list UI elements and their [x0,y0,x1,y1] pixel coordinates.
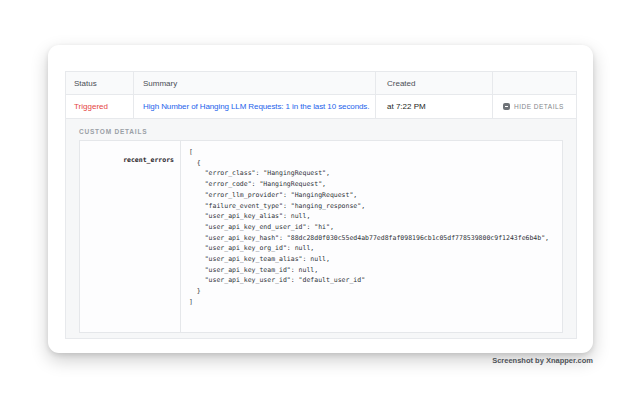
details-key-column: recent_errors [80,141,181,332]
status-badge: Triggered [74,102,108,111]
custom-details-section: CUSTOM DETAILS recent_errors [ { "error_… [66,119,576,338]
column-header-summary-label: Summary [143,79,177,88]
alert-summary-link[interactable]: High Number of Hanging LLM Requests: 1 i… [143,102,369,111]
custom-details-heading: CUSTOM DETAILS [79,128,563,135]
table-header-row: Status Summary Created [66,72,576,95]
details-key-recent-errors: recent_errors [123,156,174,164]
collapse-minus-icon [503,103,510,110]
hide-details-button[interactable]: HIDE DETAILS [503,103,564,110]
column-header-summary: Summary [134,72,376,94]
custom-details-panel: recent_errors [ { "error_class": "Hangin… [79,140,563,333]
column-header-actions [493,72,576,94]
alert-status-cell: Triggered [66,95,134,118]
details-json-column: [ { "error_class": "HangingRequest", "er… [181,141,562,332]
column-header-status: Status [66,72,134,94]
recent-errors-json: [ { "error_class": "HangingRequest", "er… [189,147,558,308]
alert-created-cell: at 7:22 PM [376,95,493,118]
xnapper-watermark: Screenshot by Xnapper.com [492,356,593,365]
column-header-status-label: Status [74,79,97,88]
hide-details-label: HIDE DETAILS [514,103,564,110]
column-header-created: Created [376,72,493,94]
alert-summary-cell: High Number of Hanging LLM Requests: 1 i… [134,95,376,118]
alert-action-cell: HIDE DETAILS [493,95,576,118]
column-header-created-label: Created [387,79,415,88]
alert-created-time: at 7:22 PM [387,102,426,111]
alerts-table: Status Summary Created Triggered High Nu… [65,71,577,339]
alert-card: Status Summary Created Triggered High Nu… [48,45,593,353]
alert-row: Triggered High Number of Hanging LLM Req… [66,95,576,119]
